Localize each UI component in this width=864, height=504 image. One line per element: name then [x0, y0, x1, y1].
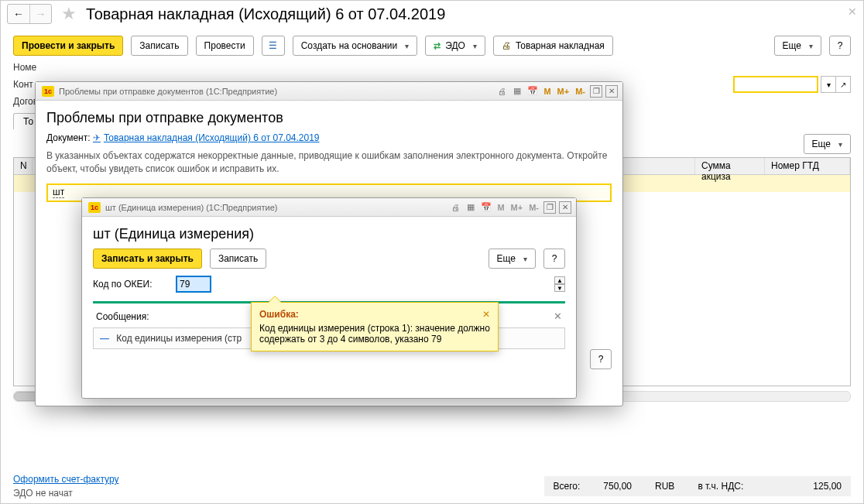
problems-dialog-header[interactable]: 1c Проблемы при отправке документов (1С:… — [36, 82, 622, 101]
edo-button[interactable]: ⇄ЭДО — [425, 36, 485, 56]
print-icon[interactable] — [449, 201, 461, 214]
logo-1c-icon: 1c — [88, 202, 101, 213]
grid-icon[interactable] — [465, 201, 477, 214]
m-minus-icon[interactable]: M- — [527, 203, 540, 212]
maximize-icon[interactable]: ❐ — [590, 85, 602, 98]
unit-link[interactable]: шт — [53, 187, 64, 198]
unit-title: шт (Единица измерения) — [93, 226, 565, 242]
unit-help-button[interactable]: ? — [543, 249, 565, 269]
edo-status-text: ЭДО не начат — [13, 488, 118, 499]
field-select-icon[interactable]: ↗ — [835, 76, 851, 93]
unit-more-button[interactable]: Еще — [489, 249, 536, 269]
logo-1c-icon: 1c — [42, 86, 54, 97]
calendar-icon[interactable] — [526, 85, 539, 98]
maximize-icon[interactable]: ❐ — [543, 201, 556, 214]
okei-label: Код по ОКЕИ: — [93, 279, 170, 290]
more-button[interactable]: Еще — [774, 36, 821, 56]
totals-box: Всего: 750,00 RUB в т.ч. НДС: 125,00 — [544, 476, 851, 496]
message-text: Код единицы измерения (стр — [116, 333, 242, 344]
unit-dialog-header[interactable]: 1c шт (Единица измерения) (1С:Предприяти… — [82, 198, 576, 217]
help-button[interactable]: ? — [829, 36, 851, 56]
message-bullet-icon: — — [100, 333, 114, 344]
error-tooltip: Ошибка: ✕ Код единицы измерения (строка … — [251, 302, 499, 351]
m-icon[interactable]: M — [495, 203, 506, 212]
unit-dialog-caption: шт (Единица измерения) (1С:Предприятие) — [105, 203, 277, 212]
print-icon[interactable] — [495, 85, 508, 98]
problems-dialog-caption: Проблемы при отправке документов (1С:Пре… — [59, 87, 277, 96]
post-button[interactable]: Провести — [196, 36, 254, 56]
nav-arrows: ← → — [7, 4, 52, 24]
structure-button[interactable]: ☰ — [262, 36, 285, 56]
create-based-button[interactable]: Создать на основании — [293, 36, 418, 56]
col-n: N — [14, 158, 33, 174]
footer: Оформить счет-фактуру ЭДО не начат Всего… — [1, 469, 863, 503]
vat-label: в т.ч. НДС: — [698, 481, 743, 492]
okei-input[interactable] — [177, 276, 211, 292]
col-gtd: Номер ГТД — [765, 158, 850, 174]
tooltip-close-icon[interactable]: ✕ — [482, 309, 490, 320]
m-plus-icon[interactable]: M+ — [509, 203, 525, 212]
form-row-number: Номе — [1, 60, 863, 74]
unit-write-button[interactable]: Записать — [210, 249, 266, 269]
page-title: Товарная накладная (Исходящий) 6 от 07.0… — [86, 5, 445, 23]
m-plus-icon[interactable]: M+ — [556, 87, 571, 96]
app-window: ← → ★ Товарная накладная (Исходящий) 6 о… — [0, 0, 864, 504]
m-icon[interactable]: M — [542, 87, 552, 96]
favorite-star-icon[interactable]: ★ — [57, 4, 81, 24]
topbar: ← → ★ Товарная накладная (Исходящий) 6 о… — [1, 1, 863, 28]
vat-value: 125,00 — [813, 481, 842, 492]
field-open-icon[interactable]: ▾ — [821, 76, 836, 93]
number-label: Номе — [13, 62, 60, 73]
problems-info-text: В указанных объектах содержатся некоррек… — [46, 149, 612, 176]
calendar-icon[interactable] — [480, 201, 492, 214]
total-label: Всего: — [554, 481, 581, 492]
document-line: Документ: Товарная накладная (Исходящий)… — [46, 132, 612, 143]
col-sum-akciz: Сумма акциза — [695, 158, 765, 174]
kontr-field[interactable] — [733, 76, 818, 93]
currency-label: RUB — [655, 481, 674, 492]
document-link[interactable]: Товарная накладная (Исходящий) 6 от 07.0… — [93, 132, 320, 143]
m-minus-icon[interactable]: M- — [574, 87, 587, 96]
messages-close-icon[interactable]: ✕ — [554, 310, 562, 322]
unit-dialog: 1c шт (Единица измерения) (1С:Предприяти… — [81, 197, 577, 399]
tooltip-title: Ошибка: — [259, 309, 299, 320]
create-invoice-link[interactable]: Оформить счет-фактуру — [13, 474, 118, 485]
main-toolbar: Провести и закрыть Записать Провести ☰ С… — [1, 28, 863, 60]
close-dialog-icon[interactable]: ✕ — [605, 85, 618, 98]
problems-title: Проблемы при отправке документов — [46, 110, 612, 126]
spinner-up-icon[interactable]: ▲ — [554, 276, 565, 284]
nav-back-button[interactable]: ← — [8, 5, 29, 23]
unit-save-close-button[interactable]: Записать и закрыть — [93, 249, 202, 269]
close-icon[interactable]: ✕ — [848, 5, 857, 18]
total-value: 750,00 — [603, 481, 632, 492]
table-more-button[interactable]: Еще — [804, 134, 851, 154]
close-dialog-icon[interactable]: ✕ — [559, 201, 571, 214]
print-torg-button[interactable]: Товарная накладная — [493, 36, 613, 56]
messages-label: Сообщения: — [96, 311, 149, 322]
okei-spinner[interactable]: ▲▼ — [554, 276, 565, 292]
spinner-down-icon[interactable]: ▼ — [554, 284, 565, 292]
tooltip-text: Код единицы измерения (строка 1): значен… — [259, 323, 490, 345]
grid-icon[interactable] — [511, 85, 523, 98]
write-button[interactable]: Записать — [131, 36, 187, 56]
nav-forward-button[interactable]: → — [29, 5, 51, 23]
problems-help-button[interactable]: ? — [590, 349, 612, 369]
post-and-close-button[interactable]: Провести и закрыть — [13, 36, 123, 56]
